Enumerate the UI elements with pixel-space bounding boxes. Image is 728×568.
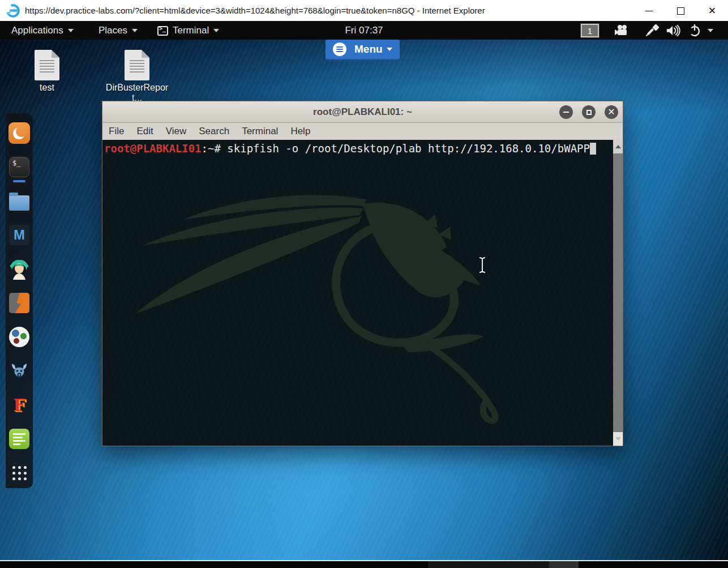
faraday-icon: F <box>13 395 25 415</box>
scroll-down-button[interactable] <box>613 432 623 446</box>
close-icon: × <box>709 5 716 17</box>
maximize-button[interactable] <box>665 0 696 22</box>
desktop-icon-test[interactable]: test <box>26 50 68 93</box>
desktop-icon-label: test <box>26 83 68 93</box>
metasploit-icon: M <box>9 225 29 245</box>
practice-labs-menu-button[interactable]: Menu <box>326 40 400 60</box>
terminal-maximize-button[interactable] <box>582 105 596 119</box>
ie-titlebar[interactable]: https://dev.practice-labs.com/?client=ht… <box>0 0 728 22</box>
terminal-screen[interactable]: root@PLABKALI01:~# skipfish -o /root/Des… <box>102 140 623 446</box>
terminal-close-button[interactable]: ✕ <box>605 105 618 119</box>
terminal-command: skipfish -o /root/Desktop/plab http://19… <box>221 142 590 155</box>
dock-item-text-editor[interactable] <box>8 428 30 450</box>
desktop-icon-dirbuster-report[interactable]: DirBusterRepor t... <box>100 50 174 103</box>
maximize-icon <box>586 110 592 115</box>
menu-help[interactable]: Help <box>284 123 316 140</box>
desktop-icon-label: DirBusterRepor <box>100 83 174 93</box>
burpsuite-icon <box>9 293 29 313</box>
dock-item-show-applications[interactable] <box>8 462 30 484</box>
ie-window-controls: × <box>633 0 728 22</box>
minimize-icon <box>645 11 653 11</box>
terminal-titlebar[interactable]: root@PLABKALI01: ~ ✕ <box>102 101 623 123</box>
document-icon <box>125 50 149 80</box>
camera-icon[interactable] <box>615 24 629 37</box>
network-icon[interactable] <box>645 24 660 37</box>
places-menu-label: Places <box>99 25 127 36</box>
document-icon <box>35 50 59 80</box>
terminal-command-line: root@PLABKALI01:~# skipfish -o /root/Des… <box>104 142 596 155</box>
dock-item-files[interactable] <box>8 190 30 212</box>
terminal-menubar: File Edit View Search Terminal Help <box>102 123 623 140</box>
terminal-app-menu[interactable]: Terminal <box>157 22 219 40</box>
dock-item-burpsuite[interactable] <box>8 292 30 314</box>
chevron-down-icon <box>213 29 219 32</box>
menu-search[interactable]: Search <box>192 123 235 140</box>
chevron-down-icon[interactable] <box>708 29 713 32</box>
dock-item-firefox[interactable] <box>8 122 30 144</box>
terminal-scrollbar[interactable] <box>613 140 623 446</box>
dock-item-faraday[interactable]: F <box>8 394 30 416</box>
chevron-down-icon <box>132 29 138 32</box>
menu-view[interactable]: View <box>160 123 193 140</box>
scroll-up-button[interactable] <box>613 140 623 153</box>
volume-icon[interactable] <box>666 24 680 37</box>
dock-item-beef[interactable] <box>8 360 30 382</box>
minimize-button[interactable] <box>633 0 665 22</box>
close-icon: ✕ <box>607 108 615 117</box>
terminal-app-menu-label: Terminal <box>173 25 209 36</box>
dock-item-app-dots[interactable] <box>8 326 30 348</box>
terminal-prompt: root@PLABKALI01 <box>104 142 202 155</box>
favorites-dock: $_ M <box>6 113 33 488</box>
close-button[interactable]: × <box>696 0 728 22</box>
terminal-window-title: root@PLABKALI01: ~ <box>313 106 412 118</box>
maximize-icon <box>677 7 684 15</box>
chevron-down-icon <box>387 48 392 51</box>
dock-item-terminal[interactable]: $_ <box>8 156 30 178</box>
taskbar-segment <box>428 561 549 568</box>
firefox-icon <box>8 122 30 144</box>
triangle-down-icon <box>615 437 621 441</box>
kali-dragon-watermark <box>131 171 516 426</box>
files-icon <box>9 195 29 211</box>
menu-file[interactable]: File <box>102 123 130 140</box>
clock-label: Fri 07:37 <box>345 25 383 36</box>
menu-edit[interactable]: Edit <box>130 123 159 140</box>
taskbar-segment <box>549 561 579 568</box>
applications-menu[interactable]: Applications <box>11 22 74 40</box>
terminal-minimize-button[interactable] <box>559 105 573 119</box>
screen: https://dev.practice-labs.com/?client=ht… <box>0 0 728 568</box>
colored-dots-app-icon <box>9 327 29 347</box>
dock-item-armitage[interactable] <box>8 258 30 280</box>
gnome-top-bar: Applications Places Terminal Fri 07:37 1 <box>0 22 728 40</box>
terminal-icon <box>157 26 168 36</box>
running-indicator <box>13 180 25 182</box>
menu-terminal[interactable]: Terminal <box>235 123 284 140</box>
hamburger-icon <box>333 42 346 56</box>
terminal-cursor <box>590 143 596 155</box>
chevron-down-icon <box>68 29 74 32</box>
ibeam-cursor <box>478 257 487 274</box>
show-applications-icon <box>12 466 27 480</box>
ie-window-title: https://dev.practice-labs.com/?client=ht… <box>25 6 485 15</box>
applications-menu-label: Applications <box>11 25 63 36</box>
minimize-icon <box>563 112 569 113</box>
clock[interactable]: Fri 07:37 <box>345 22 383 40</box>
places-menu[interactable]: Places <box>99 22 138 40</box>
beef-icon <box>9 361 29 381</box>
menu-button-label: Menu <box>354 43 383 55</box>
workspace-indicator[interactable]: 1 <box>581 24 599 37</box>
triangle-up-icon <box>615 145 621 148</box>
terminal-prompt-tail: :~# <box>202 142 221 155</box>
terminal-window: root@PLABKALI01: ~ ✕ File Edit View Sear… <box>102 101 623 446</box>
text-editor-icon <box>9 429 29 449</box>
power-icon[interactable] <box>687 24 702 37</box>
armitage-icon <box>8 258 30 280</box>
dock-item-metasploit[interactable]: M <box>8 224 30 246</box>
taskbar-strip <box>0 561 728 568</box>
internet-explorer-icon <box>6 3 20 18</box>
terminal-icon: $_ <box>9 157 29 177</box>
